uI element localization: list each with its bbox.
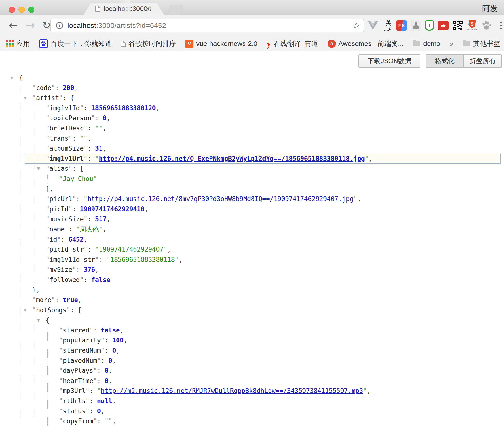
folder-icon bbox=[413, 41, 420, 46]
vue-devtools-icon[interactable] bbox=[368, 20, 378, 31]
json-line: ▼"artist": { bbox=[0, 93, 504, 103]
forward-button[interactable]: → bbox=[26, 15, 35, 36]
json-line: "starred": false, bbox=[0, 325, 504, 336]
json-line: "briefDesc": "", bbox=[0, 123, 504, 134]
url-bar[interactable]: i localhost:3000/artists?id=6452 ☆ bbox=[50, 19, 364, 32]
window-close-icon[interactable] bbox=[9, 7, 15, 13]
bookmark-label: 其他书签 bbox=[473, 39, 500, 48]
json-line: "mp3Url": "http://m2.music.126.net/RMJR7… bbox=[0, 386, 504, 396]
bookmark-apps[interactable]: 应用 bbox=[6, 39, 30, 48]
new-tab-button[interactable] bbox=[168, 5, 184, 15]
qr-code-icon[interactable] bbox=[453, 20, 463, 31]
json-line: "popularity": 100, bbox=[0, 335, 504, 346]
json-line: "trans": "", bbox=[0, 134, 504, 144]
browser-menu-icon[interactable] bbox=[496, 20, 504, 31]
bookmark-baidu[interactable]: 百度一下，你就知道 bbox=[39, 39, 112, 48]
person-icon[interactable] bbox=[411, 20, 421, 31]
window-minimize-icon[interactable] bbox=[18, 7, 25, 13]
profile-name[interactable]: 阿发 bbox=[482, 3, 498, 14]
json-line: ▼"hotSongs": [ bbox=[0, 305, 504, 315]
url-path: :3000/artists?id=6452 bbox=[96, 21, 166, 29]
tab-title-fade bbox=[120, 0, 130, 12]
json-line: }, bbox=[0, 285, 504, 295]
json-line: ▼{ bbox=[0, 315, 504, 325]
json-line: "dayPlays": 0, bbox=[0, 366, 504, 376]
bookmark-label: 在线翻译_有道 bbox=[274, 39, 318, 48]
json-line: "more": true, bbox=[0, 295, 504, 305]
bookmarks-bar: 应用 百度一下，你就知道 谷歌按时间排序 V vue-hackernews-2.… bbox=[0, 36, 504, 51]
json-line: "picId_str": "19097417462929407", bbox=[0, 245, 504, 255]
indent-guide-line bbox=[47, 175, 48, 183]
back-button[interactable]: ← bbox=[9, 15, 18, 36]
page-icon bbox=[95, 6, 100, 12]
bookmark-label: 百度一下，你就知道 bbox=[50, 39, 112, 48]
json-line: ▼{ bbox=[0, 73, 504, 83]
bookmark-label: 应用 bbox=[16, 39, 30, 48]
toolbar: ← → ↻ i localhost:3000/artists?id=6452 ☆… bbox=[0, 15, 504, 36]
bookmark-other-folder[interactable]: 其他书签 bbox=[463, 39, 500, 48]
indent-guide-line bbox=[34, 104, 34, 284]
json-line: "topicPerson": 0, bbox=[0, 113, 504, 123]
json-line: "albumSize": 31, bbox=[0, 144, 504, 154]
collapse-arrow-icon[interactable]: ▼ bbox=[37, 315, 40, 325]
youdao-icon: y bbox=[267, 40, 271, 47]
json-url-link[interactable]: http://p4.music.126.net/8mv7qP30Pd3oHW8b… bbox=[87, 195, 353, 203]
bookmark-label: demo bbox=[423, 40, 440, 48]
collapse-arrow-icon[interactable]: ▼ bbox=[10, 73, 13, 83]
json-url-link[interactable]: http://m2.music.126.net/RMJR7wDullRqppBk… bbox=[101, 387, 363, 394]
bookmark-vue-hackernews[interactable]: V vue-hackernews-2.0 bbox=[185, 40, 257, 48]
vue-icon: V bbox=[185, 40, 193, 48]
page-content: 下载JSON数据 格式化 折叠所有 ▼{"code": 200,▼"artist… bbox=[0, 51, 504, 426]
indent-guide-line bbox=[47, 326, 48, 426]
video-player-icon[interactable]: ▶▶ bbox=[438, 21, 449, 30]
extension-row: 英 FE T ▶▶ bbox=[368, 15, 504, 36]
fe-helper-icon[interactable]: FE bbox=[396, 20, 407, 31]
collapse-arrow-icon[interactable]: ▼ bbox=[37, 164, 40, 174]
page-icon bbox=[121, 41, 126, 47]
json-line: "picId": 19097417462929410, bbox=[0, 204, 504, 214]
json-line: "Jay Chou" bbox=[0, 174, 504, 184]
bookmark-folder-demo[interactable]: demo bbox=[413, 40, 440, 48]
bookmark-label: vue-hackernews-2.0 bbox=[196, 40, 257, 48]
baidu-paw-icon bbox=[39, 39, 48, 48]
bookmark-label: 谷歌按时间排序 bbox=[128, 39, 176, 48]
json-line: "hearTime": 0, bbox=[0, 376, 504, 386]
json-line: "img1v1Id_str": "18569651883380118", bbox=[0, 255, 504, 265]
json-line: "name": "周杰伦", bbox=[0, 224, 504, 235]
bookmark-youdao[interactable]: y 在线翻译_有道 bbox=[267, 39, 318, 48]
json-line: "copyFrom": "", bbox=[0, 416, 504, 426]
html5-player-icon[interactable]: 5 PLAYER bbox=[467, 20, 478, 31]
window-fullscreen-icon[interactable] bbox=[28, 7, 34, 13]
json-line: "picUrl": "http://p4.music.126.net/8mv7q… bbox=[0, 194, 504, 204]
collapse-arrow-icon[interactable]: ▼ bbox=[24, 305, 27, 315]
json-line: "followed": false bbox=[0, 275, 504, 285]
indent-guide-line bbox=[34, 316, 34, 426]
paw-icon[interactable] bbox=[481, 20, 492, 31]
bookmark-label: Awesomes - 前端资... bbox=[338, 39, 404, 48]
json-line: "status": 0, bbox=[0, 406, 504, 417]
translate-icon[interactable]: 英 bbox=[382, 20, 393, 31]
collapse-arrow-icon[interactable]: ▼ bbox=[24, 93, 27, 103]
tab-close-icon[interactable]: × bbox=[146, 3, 150, 15]
bookmark-google-sort[interactable]: 谷歌按时间排序 bbox=[121, 39, 176, 48]
json-line-highlighted: "img1v1Url": "http://p4.music.126.net/Q_… bbox=[25, 154, 501, 164]
json-line: "musicSize": 517, bbox=[0, 214, 504, 224]
reload-button[interactable]: ↻ bbox=[42, 15, 51, 36]
url-text: localhost:3000/artists?id=6452 bbox=[67, 21, 166, 30]
bookmark-star-icon[interactable]: ☆ bbox=[352, 19, 360, 32]
json-line: "playedNum": 0, bbox=[0, 356, 504, 366]
browser-window: localhost:3000/artists?id=645 × 阿发 ← → ↻… bbox=[0, 0, 504, 426]
json-line: "mvSize": 376, bbox=[0, 265, 504, 275]
json-line: "code": 200, bbox=[0, 83, 504, 93]
bookmark-awesomes[interactable]: A Awesomes - 前端资... bbox=[328, 39, 404, 48]
tampermonkey-icon[interactable]: T bbox=[425, 20, 434, 31]
bookmarks-overflow-chevron[interactable]: » bbox=[449, 40, 454, 48]
folder-icon bbox=[463, 41, 470, 46]
title-bar: localhost:3000/artists?id=645 × 阿发 bbox=[0, 0, 504, 15]
json-viewer: ▼{"code": 200,▼"artist": {"img1v1Id": 18… bbox=[0, 51, 504, 426]
indent-guide-line bbox=[21, 84, 21, 426]
json-url-link[interactable]: http://p4.music.126.net/Q_ExePNkmgB2yWyL… bbox=[99, 155, 365, 162]
json-line: "img1v1Id": 18569651883380120, bbox=[0, 103, 504, 113]
json-line: "rtUrls": null, bbox=[0, 396, 504, 406]
site-info-icon[interactable]: i bbox=[56, 22, 63, 29]
